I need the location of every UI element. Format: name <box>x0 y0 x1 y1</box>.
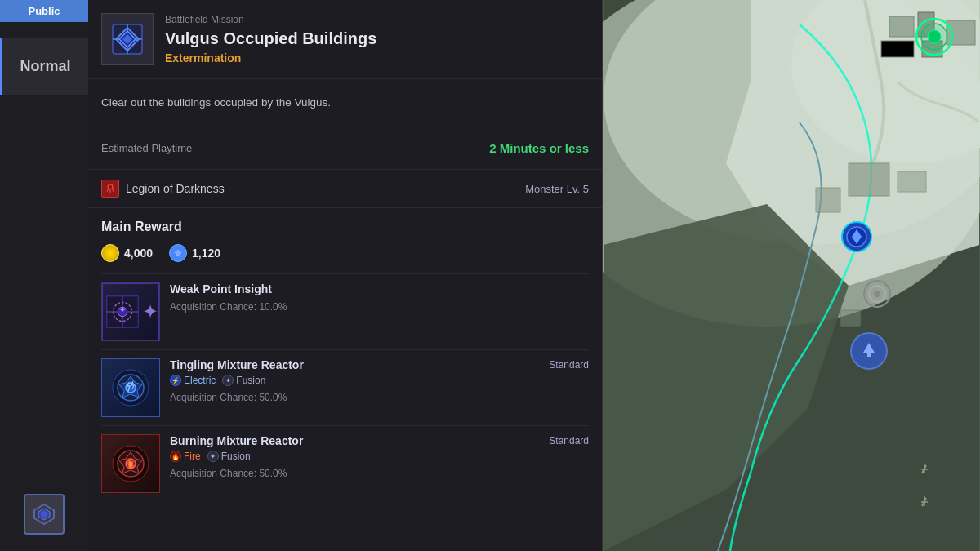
mission-category: Extermination <box>165 51 376 64</box>
xp-currency: 1,120 <box>169 244 220 262</box>
reward-item-info-3: Burning Mixture Reactor Standard 🔥 Fire … <box>170 434 589 480</box>
svg-marker-15 <box>173 248 183 258</box>
electric-tag: ⚡ Electric <box>170 375 216 386</box>
svg-rect-45 <box>816 188 840 212</box>
reward-item-header-2: Tingling Mixture Reactor Standard <box>170 358 589 371</box>
reward-item-weak-point: Weak Point Insight Acquisition Chance: 1… <box>101 273 589 349</box>
tingling-badge: Standard <box>549 359 589 371</box>
svg-rect-65 <box>867 352 871 357</box>
mission-type-label: Battlefield Mission <box>165 14 376 25</box>
reward-item-name-3: Burning Mixture Reactor <box>170 434 303 447</box>
fusion-tag-2: ✦ Fusion <box>207 451 251 462</box>
svg-rect-38 <box>889 16 914 37</box>
svg-rect-46 <box>840 310 861 327</box>
map-area <box>603 0 980 551</box>
burning-tags: 🔥 Fire ✦ Fusion <box>170 451 589 462</box>
weak-point-icon <box>102 283 159 340</box>
gold-icon <box>101 244 119 262</box>
reward-currency-row: 4,000 1,120 <box>101 244 589 262</box>
reward-acquisition-1: Acquisition Chance: 10.0% <box>170 301 287 313</box>
sidebar-public-tab[interactable]: Public <box>0 0 88 22</box>
fusion-tag-1: ✦ Fusion <box>222 375 265 386</box>
reward-acquisition-3: Acquisition Chance: 50.0% <box>170 468 287 479</box>
weak-point-img <box>101 282 160 341</box>
fire-tag: 🔥 Fire <box>170 451 201 462</box>
tingling-img <box>101 358 160 417</box>
enemy-name: Legion of Darkness <box>126 182 225 195</box>
mission-enemy-row: Legion of Darkness Monster Lv. 5 <box>88 170 602 208</box>
reward-acquisition-2: Acquisition Chance: 50.0% <box>170 392 287 403</box>
reward-item-header-3: Burning Mixture Reactor Standard <box>170 434 589 447</box>
mission-playtime-row: Estimated Playtime 2 Minutes or less <box>88 127 602 171</box>
sidebar-normal-tab[interactable]: Normal <box>0 38 88 95</box>
reward-item-name-2: Tingling Mixture Reactor <box>170 358 304 371</box>
reward-item-header-1: Weak Point Insight <box>170 282 589 295</box>
main-reward-section: Main Reward 4,000 1,120 <box>88 208 602 501</box>
mission-title-block: Battlefield Mission Vulgus Occupied Buil… <box>165 14 376 64</box>
electric-tag-icon: ⚡ <box>170 375 181 386</box>
playtime-label: Estimated Playtime <box>101 142 192 154</box>
fusion-tag-icon-1: ✦ <box>222 375 234 386</box>
svg-point-62 <box>874 291 880 297</box>
fire-tag-icon: 🔥 <box>170 451 181 462</box>
burning-img <box>101 434 160 493</box>
svg-point-56 <box>928 30 941 43</box>
tingling-tags: ⚡ Electric ✦ Fusion <box>170 375 589 386</box>
mission-header: Battlefield Mission Vulgus Occupied Buil… <box>88 0 602 79</box>
reward-item-tingling: Tingling Mixture Reactor Standard ⚡ Elec… <box>101 349 589 425</box>
reward-item-burning: Burning Mixture Reactor Standard 🔥 Fire … <box>101 425 589 501</box>
enemy-icon <box>101 180 119 198</box>
gold-currency: 4,000 <box>101 244 153 262</box>
sidebar: Public Normal <box>0 0 88 551</box>
svg-point-11 <box>108 184 113 189</box>
xp-icon <box>169 244 187 262</box>
svg-rect-44 <box>898 171 926 192</box>
reward-item-name-1: Weak Point Insight <box>170 282 272 295</box>
svg-line-12 <box>107 189 109 193</box>
gold-amount: 4,000 <box>124 247 153 260</box>
svg-rect-42 <box>881 41 914 57</box>
xp-amount: 1,120 <box>192 247 220 260</box>
enemy-info: Legion of Darkness <box>101 180 225 198</box>
sidebar-bottom-icon <box>24 494 65 535</box>
burning-badge: Standard <box>549 435 589 447</box>
mission-panel: Battlefield Mission Vulgus Occupied Buil… <box>88 0 603 551</box>
fusion-tag-icon-2: ✦ <box>207 451 219 462</box>
svg-rect-43 <box>849 163 889 196</box>
mission-icon <box>101 13 154 65</box>
monster-level: Monster Lv. 5 <box>525 183 589 195</box>
reward-item-info-2: Tingling Mixture Reactor Standard ⚡ Elec… <box>170 358 589 404</box>
main-reward-title: Main Reward <box>101 220 589 234</box>
reward-item-info-1: Weak Point Insight Acquisition Chance: 1… <box>170 282 589 313</box>
mission-description: Clear out the buildings occupied by the … <box>88 79 602 127</box>
svg-line-13 <box>113 189 114 193</box>
playtime-value: 2 Minutes or less <box>489 140 589 157</box>
mission-name: Vulgus Occupied Buildings <box>165 29 376 48</box>
